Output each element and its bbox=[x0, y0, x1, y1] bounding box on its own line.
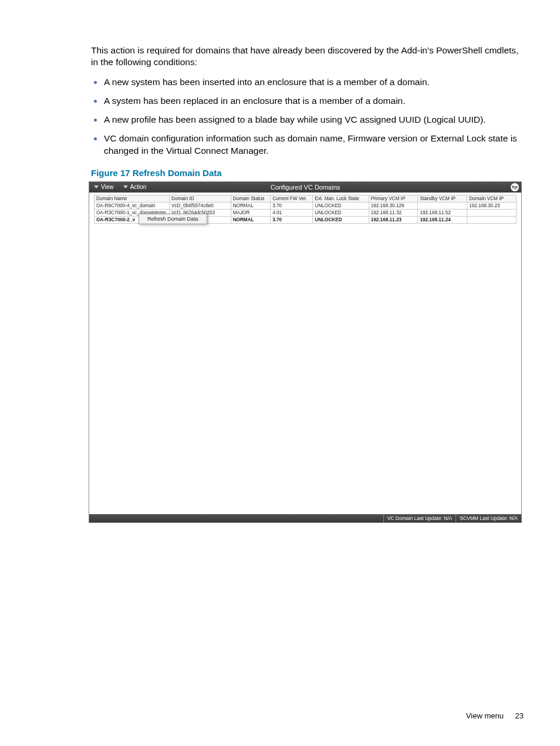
col-domain-vcm[interactable]: Domain VCM IP bbox=[467, 195, 517, 202]
cell: NORMAL bbox=[231, 216, 270, 223]
cell: OA-R6C7000-4_vc_domain bbox=[95, 202, 170, 209]
cell: 192.168.11.32 bbox=[369, 209, 418, 216]
footer-section: View menu bbox=[466, 711, 504, 720]
dropdown-icon bbox=[123, 185, 128, 188]
dropdown-icon bbox=[94, 185, 99, 188]
cell: 3.70 bbox=[271, 202, 313, 209]
cell bbox=[467, 216, 517, 223]
status-vc-domain-update: VC Domain Last Update: N/A bbox=[383, 514, 456, 522]
cell: VcD_0b6f5574c8e0 bbox=[169, 202, 231, 209]
menu-view[interactable]: View bbox=[89, 184, 119, 190]
col-standby-vcm[interactable]: Standby VCM IP bbox=[418, 195, 467, 202]
list-item: A new profile has been assigned to a bla… bbox=[104, 112, 525, 126]
conditions-list: A new system has been inserted into an e… bbox=[91, 75, 525, 157]
list-item: A system has been replaced in an enclosu… bbox=[104, 93, 525, 107]
figure-caption: Figure 17 Refresh Domain Data bbox=[91, 168, 525, 178]
cell: NORMAL bbox=[231, 202, 270, 209]
footer-page-number: 23 bbox=[515, 711, 524, 720]
col-domain-status[interactable]: Domain Status bbox=[231, 195, 270, 202]
hp-logo-icon: hp bbox=[511, 183, 519, 191]
context-menu-item-refresh[interactable]: Refresh Domain Data bbox=[147, 216, 198, 222]
cell: 4.01 bbox=[271, 209, 313, 216]
cell: 192.168.11.24 bbox=[418, 216, 467, 223]
cell: 192.168.11.23 bbox=[369, 216, 418, 223]
cell: UNLOCKED bbox=[313, 202, 369, 209]
app-screenshot: View Action Configured VC Domains hp Dom… bbox=[89, 181, 522, 523]
cell: MAJOR bbox=[231, 209, 270, 216]
page-footer: View menu 23 bbox=[466, 711, 524, 720]
context-menu: Refresh Domain Data bbox=[139, 214, 207, 224]
app-titlebar: View Action Configured VC Domains hp bbox=[89, 182, 521, 193]
cell: UNLOCKED bbox=[313, 216, 369, 223]
list-item: A new system has been inserted into an e… bbox=[104, 75, 525, 89]
menu-action-label: Action bbox=[130, 184, 147, 190]
menu-view-label: View bbox=[101, 184, 114, 190]
col-domain-name[interactable]: Domain Name bbox=[95, 195, 170, 202]
cell: 192.168.30.23 bbox=[467, 202, 517, 209]
menu-action[interactable]: Action bbox=[119, 184, 151, 190]
list-item: VC domain configuration information such… bbox=[104, 131, 525, 157]
cell: UNLOCKED bbox=[313, 209, 369, 216]
window-title: Configured VC Domains bbox=[271, 184, 340, 191]
cell: 192.168.30.129 bbox=[369, 202, 418, 209]
intro-paragraph: This action is required for domains that… bbox=[91, 45, 525, 69]
status-bar: VC Domain Last Update: N/A SCVMM Last Up… bbox=[89, 514, 521, 522]
col-lock-state[interactable]: Ext. Man. Lock State bbox=[313, 195, 369, 202]
cell bbox=[418, 202, 467, 209]
table-header-row: Domain Name Domain ID Domain Status Curr… bbox=[95, 195, 517, 202]
cell: 3.70 bbox=[271, 216, 313, 223]
status-scvmm-update: SCVMM Last Update: N/A bbox=[456, 514, 521, 522]
col-fw-ver[interactable]: Current FW Ver. bbox=[271, 195, 313, 202]
col-domain-id[interactable]: Domain ID bbox=[169, 195, 231, 202]
table-row[interactable]: OA-R6C7000-4_vc_domain VcD_0b6f5574c8e0 … bbox=[95, 202, 517, 209]
cell bbox=[467, 209, 517, 216]
col-primary-vcm[interactable]: Primary VCM IP bbox=[369, 195, 418, 202]
cell: 192.168.11.52 bbox=[418, 209, 467, 216]
